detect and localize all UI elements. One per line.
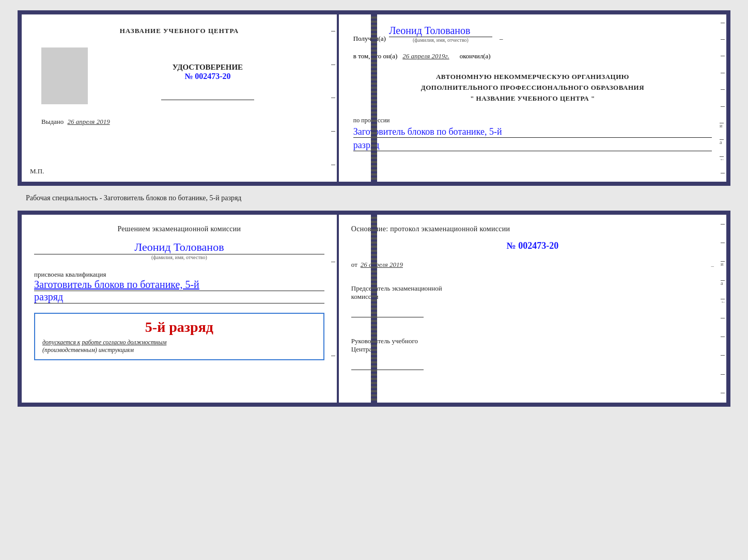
left-side-dashes	[330, 14, 337, 182]
bottom-left-side-dashes	[330, 215, 337, 403]
protocol-number: № 002473-20	[351, 241, 714, 251]
chairman-sig-line	[351, 308, 424, 317]
chairman-title: Председатель экзаменационной	[351, 284, 714, 293]
protocol-date-prefix: от	[351, 261, 357, 269]
top-doc-right: Получил(а) Леонид Толованов (фамилия, им…	[339, 14, 726, 182]
photo-placeholder	[41, 47, 88, 104]
chairman-title2: комиссии	[351, 293, 714, 301]
bottom-document: Решением экзаменационной комиссии Леонид…	[18, 211, 730, 407]
issued-date: 26 апреля 2019	[68, 118, 110, 125]
name-sub-top: (фамилия, имя, отчество)	[389, 37, 492, 43]
right-side-dashes-top: и а ←	[719, 14, 726, 182]
mp-label: М.П.	[30, 167, 44, 175]
confirm-date: 26 апреля 2019г.	[402, 52, 449, 60]
cert-number: № 002473-20	[184, 72, 230, 81]
org-line3: " НАЗВАНИЕ УЧЕБНОГО ЦЕНТРА "	[353, 93, 712, 104]
basis-text: Основание: протокол экзаменационной коми…	[351, 225, 714, 233]
org-line1: АВТОНОМНУЮ НЕКОММЕРЧЕСКУЮ ОРГАНИЗАЦИЮ	[353, 72, 712, 83]
top-document: НАЗВАНИЕ УЧЕБНОГО ЦЕНТРА УДОСТОВЕРЕНИЕ №…	[18, 10, 730, 186]
received-label: Получил(а)	[353, 35, 386, 43]
specialty-label: Рабочая специальность - Заготовитель бло…	[10, 194, 241, 202]
rank-value-top: разряд	[353, 140, 712, 151]
protocol-date: 26 апреля 2019	[361, 261, 403, 269]
center-head-block: Руководитель учебного Центра	[351, 337, 714, 372]
bottom-doc-left: Решением экзаменационной комиссии Леонид…	[22, 215, 339, 403]
center-head-title2: Центра	[351, 345, 714, 354]
decision-text: Решением экзаменационной комиссии	[34, 225, 324, 233]
rank-box-main: 5-й разряд	[42, 319, 316, 335]
issued-label: Выдано	[41, 118, 64, 125]
dash-top: –	[500, 35, 503, 43]
center-head-title: Руководитель учебного	[351, 337, 714, 345]
bottom-right-side-dashes: и а ←	[719, 215, 726, 403]
qualification-value: Заготовитель блоков по ботанике, 5-й	[34, 279, 324, 291]
bottom-doc-spine	[371, 215, 377, 403]
person-name-bottom: Леонид Толованов	[34, 241, 324, 254]
profession-value: Заготовитель блоков по ботанике, 5-й	[353, 126, 712, 138]
person-sub-bottom: (фамилия, имя, отчество)	[151, 254, 207, 260]
protocol-date-row: от 26 апреля 2019 –	[351, 261, 714, 269]
doc-spine	[371, 14, 377, 182]
recipient-name: Леонид Толованов	[389, 25, 492, 37]
cert-title: УДОСТОВЕРЕНИЕ	[173, 63, 243, 72]
center-head-sig-line	[351, 361, 424, 370]
qualification-label: присвоена квалификация	[34, 270, 106, 278]
rank-box-sub: допускается к работе согласно должностны…	[42, 339, 316, 354]
bottom-doc-right: Основание: протокол экзаменационной коми…	[339, 215, 726, 403]
top-doc-left: НАЗВАНИЕ УЧЕБНОГО ЦЕНТРА УДОСТОВЕРЕНИЕ №…	[22, 14, 339, 182]
org-line2: ДОПОЛНИТЕЛЬНОГО ПРОФЕССИОНАЛЬНОГО ОБРАЗО…	[353, 83, 712, 93]
rank-box: 5-й разряд допускается к работе согласно…	[34, 313, 324, 360]
rank-bottom: разряд	[34, 291, 324, 303]
chairman-block: Председатель экзаменационной комиссии	[351, 284, 714, 319]
finished-label: окончил(а)	[460, 52, 491, 60]
top-left-title: НАЗВАНИЕ УЧЕБНОГО ЦЕНТРА	[120, 27, 239, 35]
